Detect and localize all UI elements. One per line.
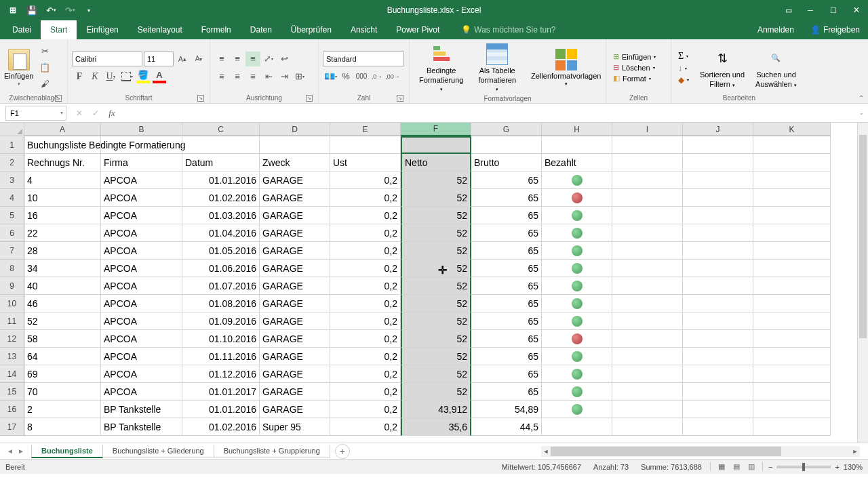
sheet-tab[interactable]: Buchungsliste + Gliederung xyxy=(102,445,214,458)
cell[interactable]: 65 xyxy=(471,295,542,312)
cell[interactable] xyxy=(542,136,612,154)
cell[interactable]: 0,2 xyxy=(330,365,401,383)
cell[interactable] xyxy=(542,383,612,401)
row-header[interactable]: 2 xyxy=(0,154,24,171)
cell[interactable] xyxy=(683,401,753,418)
row-header[interactable]: 4 xyxy=(0,189,24,207)
cell[interactable]: 8 xyxy=(24,418,101,436)
cell[interactable]: 52 xyxy=(401,260,471,277)
cell[interactable]: APCOA xyxy=(101,277,182,295)
qat-customize[interactable]: ▾ xyxy=(81,3,96,18)
cell[interactable] xyxy=(753,418,831,436)
cell[interactable] xyxy=(753,348,831,365)
cell[interactable]: APCOA xyxy=(101,189,182,207)
cell[interactable] xyxy=(683,171,753,189)
cell[interactable] xyxy=(683,365,753,383)
cell[interactable]: 65 xyxy=(471,277,542,295)
column-header[interactable]: D xyxy=(260,123,330,136)
cell[interactable]: GARAGE xyxy=(260,330,330,348)
align-right-button[interactable]: ≡ xyxy=(245,69,260,84)
cell[interactable] xyxy=(612,242,683,260)
font-color-button[interactable]: A xyxy=(152,69,167,84)
cell[interactable]: Buchungsliste Bedingte Formatierung xyxy=(24,136,101,154)
underline-button[interactable]: U▾ xyxy=(103,69,118,84)
cell[interactable]: 0,2 xyxy=(330,260,401,277)
accounting-format-button[interactable]: 💶▾ xyxy=(323,69,338,84)
select-all-button[interactable] xyxy=(0,123,24,136)
cell[interactable]: 65 xyxy=(471,171,542,189)
cell[interactable] xyxy=(612,224,683,242)
sort-filter-button[interactable]: ⇅ Sortieren und Filtern ▾ xyxy=(694,45,750,91)
cell[interactable]: GARAGE xyxy=(260,224,330,242)
borders-button[interactable]: ▾ xyxy=(119,69,134,84)
cell[interactable] xyxy=(753,189,831,207)
clear-button[interactable]: ◆ ▾ xyxy=(675,75,692,85)
cell[interactable]: 01.09.2016 xyxy=(182,312,260,330)
cell[interactable]: 52 xyxy=(401,312,471,330)
cell[interactable]: 65 xyxy=(471,383,542,401)
row-header[interactable]: 10 xyxy=(0,295,24,312)
tab-formulas[interactable]: Formeln xyxy=(192,20,241,39)
tab-page-layout[interactable]: Seitenlayout xyxy=(128,20,192,39)
cell[interactable]: 52 xyxy=(401,242,471,260)
number-launcher[interactable]: ↘ xyxy=(397,95,403,102)
cell[interactable]: GARAGE xyxy=(260,207,330,224)
horizontal-scrollbar[interactable]: ◄ ► xyxy=(541,446,860,457)
cell[interactable] xyxy=(542,418,612,436)
cell[interactable]: 01.03.2016 xyxy=(182,207,260,224)
cell[interactable]: 01.01.2017 xyxy=(182,383,260,401)
row-header[interactable]: 1 xyxy=(0,136,24,154)
cell[interactable]: APCOA xyxy=(101,224,182,242)
cell[interactable]: 0,2 xyxy=(330,401,401,418)
cancel-formula-button[interactable]: ✕ xyxy=(72,106,87,121)
column-header[interactable]: C xyxy=(182,123,260,136)
cell[interactable] xyxy=(612,383,683,401)
cell[interactable] xyxy=(542,189,612,207)
cell[interactable]: APCOA xyxy=(101,295,182,312)
cell[interactable]: 52 xyxy=(401,330,471,348)
sheet-nav-next[interactable]: ► xyxy=(16,447,26,455)
column-header[interactable]: A xyxy=(24,123,101,136)
cell[interactable]: Netto xyxy=(401,154,471,171)
cell[interactable] xyxy=(683,348,753,365)
cell[interactable]: 16 xyxy=(24,207,101,224)
cell[interactable]: Brutto xyxy=(471,154,542,171)
cell[interactable]: 52 xyxy=(401,171,471,189)
cell[interactable] xyxy=(683,312,753,330)
cell[interactable] xyxy=(542,330,612,348)
insert-function-button[interactable]: fx xyxy=(104,106,119,121)
copy-button[interactable]: 📋 xyxy=(37,60,52,75)
cell[interactable] xyxy=(753,224,831,242)
row-header[interactable]: 16 xyxy=(0,401,24,418)
cell[interactable] xyxy=(542,260,612,277)
cell[interactable] xyxy=(753,277,831,295)
paste-button[interactable]: Einfügen ▾ xyxy=(4,49,36,87)
row-header[interactable]: 9 xyxy=(0,277,24,295)
cell[interactable]: 52 xyxy=(401,383,471,401)
cell[interactable]: Ust xyxy=(330,154,401,171)
collapse-ribbon-button[interactable]: ⌃ xyxy=(859,94,864,102)
cell[interactable] xyxy=(542,242,612,260)
column-header[interactable]: F xyxy=(401,123,471,136)
tab-file[interactable]: Datei xyxy=(3,20,41,39)
scrollbar-thumb[interactable] xyxy=(859,135,867,338)
sheet-nav-prev[interactable]: ◄ xyxy=(5,447,15,455)
cell[interactable]: GARAGE xyxy=(260,242,330,260)
fill-button[interactable]: ↓ ▾ xyxy=(675,63,692,74)
cell[interactable] xyxy=(612,330,683,348)
cell[interactable] xyxy=(612,207,683,224)
cell[interactable]: GARAGE xyxy=(260,189,330,207)
align-center-button[interactable]: ≡ xyxy=(230,69,245,84)
cell[interactable]: 65 xyxy=(471,312,542,330)
cell[interactable]: Bezahlt xyxy=(542,154,612,171)
cell[interactable] xyxy=(542,312,612,330)
cell[interactable] xyxy=(612,418,683,436)
cell[interactable]: 0,2 xyxy=(330,189,401,207)
cell[interactable] xyxy=(683,277,753,295)
decrease-font-button[interactable]: A▾ xyxy=(191,52,206,66)
clipboard-launcher[interactable]: ↘ xyxy=(55,95,62,102)
cell[interactable]: 44,5 xyxy=(471,418,542,436)
cell[interactable]: 0,2 xyxy=(330,171,401,189)
conditional-formatting-button[interactable]: Bedingte Formatierung ▾ xyxy=(414,41,469,95)
cell[interactable]: Super 95 xyxy=(260,418,330,436)
